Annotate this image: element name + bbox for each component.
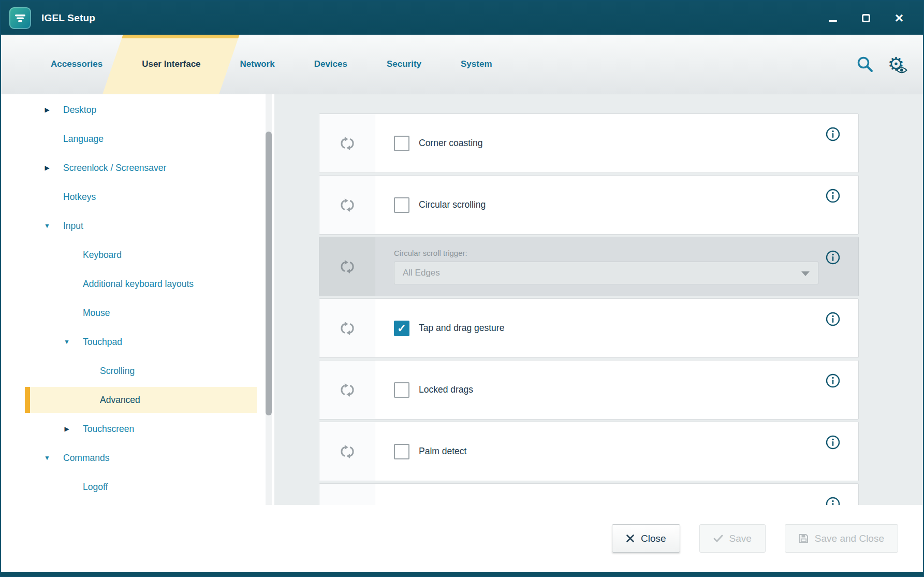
sidebar-item-advanced[interactable]: Advanced: [1, 385, 274, 414]
floppy-disk-icon: [799, 533, 809, 543]
info-icon[interactable]: [825, 435, 841, 450]
minimize-button[interactable]: [826, 11, 840, 25]
select-label: Circular scroll trigger:: [394, 249, 467, 257]
setting-row-palm-detect: Palm detect: [319, 422, 859, 481]
info-icon[interactable]: [825, 311, 841, 327]
tab-label: System: [461, 59, 492, 69]
check-icon: [713, 535, 723, 542]
chevron-down-icon[interactable]: ▼: [41, 223, 53, 229]
reset-to-default-button[interactable]: [319, 484, 375, 505]
save-and-close-button-label: Save and Close: [815, 533, 884, 544]
sidebar-scrollbar[interactable]: [266, 94, 272, 505]
reset-to-default-button[interactable]: [319, 299, 375, 357]
sidebar-item-label: Screenlock / Screensaver: [63, 163, 166, 174]
sidebar-item-input[interactable]: ▼ Input: [1, 211, 274, 240]
setting-label: Tap and drag gesture: [419, 323, 504, 334]
locked-drags-checkbox[interactable]: [394, 382, 409, 398]
sidebar-item-label: Scrolling: [100, 366, 135, 377]
info-icon[interactable]: [825, 188, 841, 204]
chevron-right-icon[interactable]: ▶: [41, 107, 53, 113]
corner-coasting-checkbox[interactable]: [394, 136, 409, 151]
info-icon[interactable]: [825, 250, 841, 265]
info-icon[interactable]: [825, 496, 841, 505]
sidebar-item-scrolling[interactable]: Scrolling: [1, 356, 274, 385]
close-x-icon: [626, 534, 635, 543]
palm-detect-checkbox[interactable]: [394, 444, 409, 459]
chevron-down-icon[interactable]: ▼: [61, 339, 72, 345]
reset-to-default-button[interactable]: [319, 176, 375, 234]
info-icon[interactable]: [825, 373, 841, 388]
reset-icon: [339, 443, 356, 460]
chevron-right-icon[interactable]: ▶: [61, 426, 72, 432]
sidebar-item-commands[interactable]: ▼ Commands: [1, 443, 274, 472]
settings-panel: Corner coasting: [274, 94, 923, 505]
tab-bar: Accessories User Interface Network Devic…: [1, 35, 923, 94]
close-window-button[interactable]: ×: [892, 11, 906, 25]
sidebar-item-keyboard[interactable]: Keyboard: [1, 240, 274, 269]
tab-label: Network: [240, 59, 275, 69]
sidebar-item-label: Advanced: [100, 395, 140, 406]
setting-row-circular-scroll-trigger: Circular scroll trigger: All Edges: [319, 237, 859, 296]
tab-security[interactable]: Security: [373, 35, 435, 94]
navigation-sidebar: ▶ Desktop Language ▶ Screenlock / Screen…: [1, 94, 274, 505]
reset-icon: [339, 135, 356, 152]
reset-icon: [339, 382, 356, 398]
sidebar-item-desktop[interactable]: ▶ Desktop: [1, 95, 274, 124]
sidebar-item-additional-keyboard-layouts[interactable]: Additional keyboard layouts: [1, 269, 274, 298]
info-icon[interactable]: [825, 126, 841, 142]
setting-row-corner-coasting: Corner coasting: [319, 113, 859, 173]
tab-label: Devices: [314, 59, 347, 69]
reset-to-default-button[interactable]: [319, 360, 375, 419]
reset-to-default-button[interactable]: [319, 422, 375, 481]
reset-to-default-button: [319, 237, 375, 296]
tab-accessories[interactable]: Accessories: [37, 35, 116, 94]
sidebar-item-touchscreen[interactable]: ▶ Touchscreen: [1, 414, 274, 443]
reset-icon: [339, 320, 356, 337]
sidebar-item-label: Touchpad: [83, 337, 122, 348]
sidebar-item-label: Hotkeys: [63, 192, 96, 203]
settings-gear-eye-icon[interactable]: ⚙: [888, 55, 904, 74]
sidebar-item-label: Mouse: [83, 308, 110, 319]
sidebar-item-label: Input: [63, 221, 83, 232]
sidebar-item-language[interactable]: Language: [1, 124, 274, 153]
close-button-label: Close: [641, 533, 666, 544]
setting-label: Palm detect: [419, 446, 466, 457]
sidebar-item-label: Language: [63, 134, 104, 145]
sidebar-item-label: Logoff: [83, 482, 108, 493]
close-button[interactable]: Close: [612, 524, 680, 553]
sidebar-item-label: Additional keyboard layouts: [83, 279, 194, 290]
igel-logo-icon: [9, 7, 31, 29]
maximize-button[interactable]: [859, 11, 873, 25]
setting-label: Corner coasting: [419, 138, 483, 149]
sidebar-item-mouse[interactable]: Mouse: [1, 298, 274, 327]
tab-bar-actions: ⚙: [856, 35, 923, 94]
window-controls: ×: [826, 11, 915, 25]
chevron-down-icon[interactable]: ▼: [41, 455, 53, 461]
tab-user-interface[interactable]: User Interface: [128, 35, 214, 94]
sidebar-item-touchpad[interactable]: ▼ Touchpad: [1, 327, 274, 356]
sidebar-item-screenlock-screensaver[interactable]: ▶ Screenlock / Screensaver: [1, 153, 274, 182]
tab-network[interactable]: Network: [227, 35, 288, 94]
chevron-right-icon[interactable]: ▶: [41, 165, 53, 171]
tab-devices[interactable]: Devices: [301, 35, 361, 94]
tab-label: Security: [387, 59, 421, 69]
settings-tree: ▶ Desktop Language ▶ Screenlock / Screen…: [1, 94, 274, 501]
window-title: IGEL Setup: [41, 12, 95, 24]
setting-row-tap-and-drag-gesture: ✓ Tap and drag gesture: [319, 298, 859, 358]
scrollbar-thumb[interactable]: [266, 132, 272, 415]
search-icon[interactable]: [856, 55, 874, 74]
sidebar-item-hotkeys[interactable]: Hotkeys: [1, 182, 274, 211]
tab-label: Accessories: [51, 59, 102, 69]
title-bar: IGEL Setup ×: [1, 1, 923, 35]
tap-and-drag-gesture-checkbox[interactable]: ✓: [394, 321, 409, 336]
setting-row-circular-scrolling: Circular scrolling: [319, 175, 859, 235]
setting-label: Circular scrolling: [419, 199, 486, 210]
save-and-close-button: Save and Close: [785, 524, 898, 553]
reset-to-default-button[interactable]: [319, 114, 375, 172]
tab-system[interactable]: System: [447, 35, 505, 94]
select-value: All Edges: [403, 268, 440, 278]
reset-icon: [339, 197, 356, 213]
circular-scrolling-checkbox[interactable]: [394, 197, 409, 213]
circular-scroll-trigger-select: All Edges: [394, 262, 818, 284]
sidebar-item-logoff[interactable]: Logoff: [1, 472, 274, 501]
